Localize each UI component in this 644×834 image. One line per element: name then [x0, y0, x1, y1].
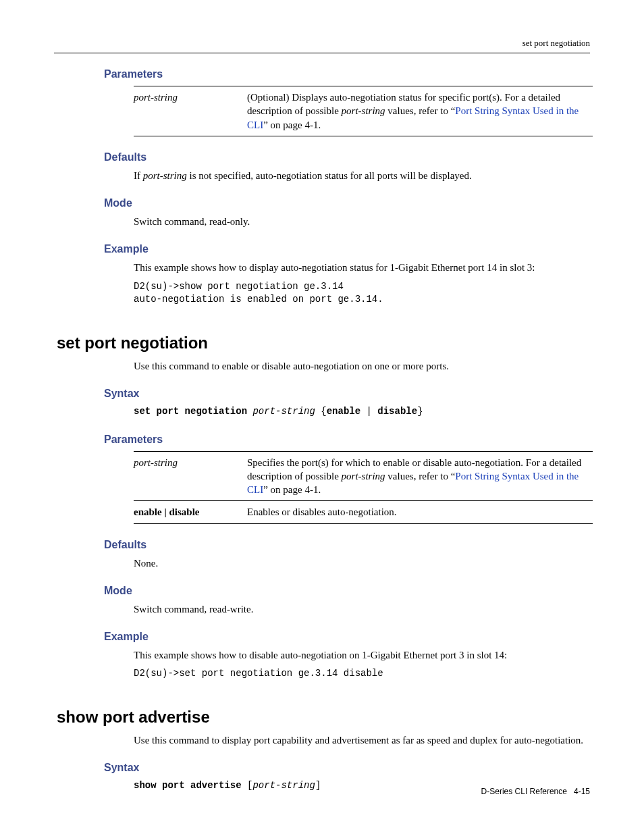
heading-example-2: Example [104, 631, 590, 643]
text: | [360, 406, 377, 417]
param-name: port-string [134, 86, 247, 136]
page-root: set port negotiation Parameters port-str… [0, 0, 644, 834]
text: is not specified, auto-negotiation statu… [187, 170, 472, 181]
text: If [134, 170, 143, 181]
param-desc: (Optional) Displays auto-negotiation sta… [247, 86, 593, 136]
text: show port advertise [134, 780, 242, 791]
text: ” on page 4-1. [263, 120, 321, 130]
table-row: enable | disable Enables or disables aut… [134, 501, 593, 523]
defaults-text-1: If port-string is not specified, auto-ne… [134, 169, 590, 182]
parameters-table-2: port-string Specifies the port(s) for wh… [134, 451, 593, 524]
intro-show-port-advertise: Use this command to display port capabil… [134, 733, 590, 747]
text: } [417, 406, 423, 417]
text: [ [242, 780, 253, 791]
heading-example-1: Example [104, 243, 590, 255]
mode-text-2: Switch command, read-write. [134, 602, 590, 616]
syntax-line-2: set port negotiation port-string {enable… [134, 405, 590, 419]
heading-show-port-advertise: show port advertise [57, 708, 590, 727]
footer-label: D-Series CLI Reference [481, 787, 567, 796]
page-footer: D-Series CLI Reference 4-15 [481, 787, 590, 796]
text: port-string [342, 105, 385, 116]
mode-text-1: Switch command, read-only. [134, 215, 590, 228]
text: port-string [342, 471, 385, 481]
running-head: set port negotiation [54, 38, 590, 49]
text: enable [327, 406, 360, 417]
heading-mode-1: Mode [104, 197, 590, 209]
example-code-2: D2(su)->set port negotiation ge.3.14 dis… [134, 667, 590, 681]
heading-syntax-3: Syntax [104, 762, 590, 774]
example-intro-2: This example shows how to disable auto-n… [134, 648, 590, 662]
header-rule [54, 53, 590, 53]
heading-set-port-negotiation: set port negotiation [57, 334, 590, 353]
heading-defaults-2: Defaults [104, 539, 590, 551]
intro-set-port-negotiation: Use this command to enable or disable au… [134, 359, 590, 373]
heading-defaults-1: Defaults [104, 151, 590, 163]
text: port-string [252, 780, 315, 791]
example-code-1: D2(su)->show port negotiation ge.3.14 au… [134, 280, 590, 307]
param-name: port-string [134, 451, 247, 501]
table-row: port-string (Optional) Displays auto-neg… [134, 86, 593, 136]
heading-syntax-2: Syntax [104, 388, 590, 400]
text: ” on page 4-1. [263, 484, 321, 495]
example-intro-1: This example shows how to display auto-n… [134, 261, 590, 274]
text: port-string [143, 170, 187, 181]
param-desc: Specifies the port(s) for which to enabl… [247, 451, 593, 501]
table-row: port-string Specifies the port(s) for wh… [134, 451, 593, 501]
heading-parameters-2: Parameters [104, 434, 590, 446]
text: values, refer to “ [385, 471, 456, 481]
text: set port negotiation [134, 406, 247, 417]
text: { [315, 406, 327, 417]
param-desc: Enables or disables auto-negotiation. [247, 501, 593, 523]
footer-page-number: 4-15 [574, 787, 590, 796]
defaults-text-2: None. [134, 556, 590, 570]
text: disable [377, 406, 417, 417]
heading-parameters-1: Parameters [104, 68, 590, 80]
text: ] [315, 780, 321, 791]
param-name: enable | disable [134, 501, 247, 523]
heading-mode-2: Mode [104, 585, 590, 597]
text: values, refer to “ [385, 105, 456, 116]
parameters-table-1: port-string (Optional) Displays auto-neg… [134, 86, 593, 136]
text: port-string [247, 406, 315, 417]
